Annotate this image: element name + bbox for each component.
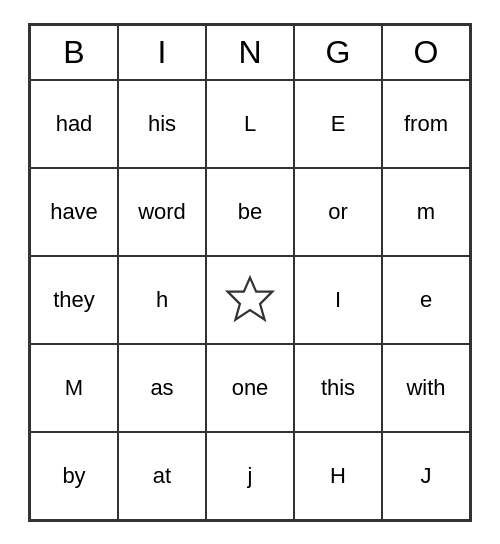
cell-4-2: j	[206, 432, 294, 520]
cell-0-1: his	[118, 80, 206, 168]
cell-4-3: H	[294, 432, 382, 520]
cell-3-4: with	[382, 344, 470, 432]
bingo-row: M as one this with	[30, 344, 470, 432]
cell-1-1: word	[118, 168, 206, 256]
header-b: B	[30, 25, 118, 80]
bingo-row: had his L E from	[30, 80, 470, 168]
cell-2-0: they	[30, 256, 118, 344]
header-o: O	[382, 25, 470, 80]
bingo-header: B I N G O	[30, 25, 470, 80]
cell-3-2: one	[206, 344, 294, 432]
bingo-grid: had his L E from have word be or m they …	[30, 80, 470, 520]
cell-0-0: had	[30, 80, 118, 168]
header-g: G	[294, 25, 382, 80]
cell-4-1: at	[118, 432, 206, 520]
bingo-row: by at j H J	[30, 432, 470, 520]
bingo-row: they h I e	[30, 256, 470, 344]
cell-4-4: J	[382, 432, 470, 520]
cell-0-2: L	[206, 80, 294, 168]
cell-4-0: by	[30, 432, 118, 520]
header-i: I	[118, 25, 206, 80]
cell-2-2-free	[206, 256, 294, 344]
bingo-card: B I N G O had his L E from have word be …	[28, 23, 472, 522]
cell-2-4: e	[382, 256, 470, 344]
cell-1-2: be	[206, 168, 294, 256]
svg-marker-0	[228, 277, 273, 319]
cell-1-3: or	[294, 168, 382, 256]
cell-1-0: have	[30, 168, 118, 256]
cell-0-4: from	[382, 80, 470, 168]
cell-0-3: E	[294, 80, 382, 168]
bingo-row: have word be or m	[30, 168, 470, 256]
cell-3-0: M	[30, 344, 118, 432]
header-n: N	[206, 25, 294, 80]
cell-2-3: I	[294, 256, 382, 344]
cell-3-1: as	[118, 344, 206, 432]
star-icon	[222, 272, 278, 328]
cell-3-3: this	[294, 344, 382, 432]
cell-2-1: h	[118, 256, 206, 344]
cell-1-4: m	[382, 168, 470, 256]
